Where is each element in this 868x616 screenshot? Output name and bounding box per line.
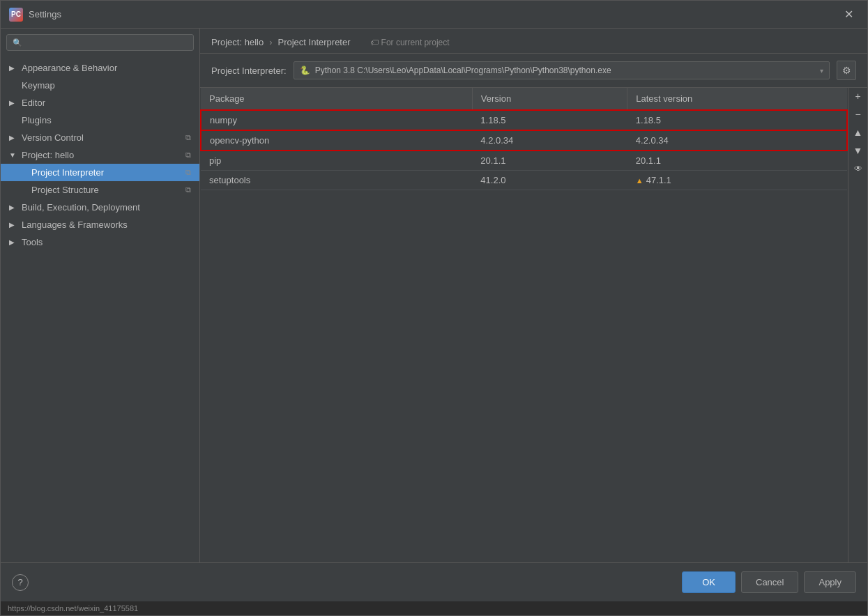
sidebar-item-label: Languages & Frameworks	[22, 220, 128, 230]
table-row[interactable]: opencv-python 4.2.0.34 4.2.0.34	[201, 130, 847, 151]
sidebar-item-label: Editor	[22, 98, 45, 108]
breadcrumb-separator: ›	[269, 37, 272, 47]
col-header-package[interactable]: Package	[201, 88, 472, 110]
package-latest: ▲47.1.1	[627, 171, 847, 190]
table-area: Package Version Latest version numpy 1.1…	[200, 88, 867, 562]
status-bar: https://blog.csdn.net/weixin_41175581	[1, 601, 867, 615]
table-row[interactable]: setuptools 41.2.0 ▲47.1.1	[201, 171, 847, 190]
copy-icon: ⧉	[185, 133, 191, 142]
package-name: numpy	[201, 110, 472, 130]
bottom-left: ?	[12, 574, 29, 591]
package-latest: 4.2.0.34	[627, 130, 847, 151]
sidebar-item-label: Project Structure	[31, 185, 99, 195]
expand-arrow-appearance: ▶	[9, 64, 17, 72]
side-toolbar: + − ▲ ▼ 👁	[848, 88, 867, 562]
sidebar-item-project-structure[interactable]: Project Structure ⧉	[1, 181, 199, 199]
interpreter-value: Python 3.8 C:\Users\Leo\AppData\Local\Pr…	[315, 66, 816, 75]
sidebar-item-version-control[interactable]: ▶ Version Control ⧉	[1, 129, 199, 146]
sidebar-item-editor[interactable]: ▶ Editor	[1, 94, 199, 111]
sidebar-item-keymap[interactable]: Keymap	[1, 77, 199, 94]
help-button[interactable]: ?	[12, 574, 29, 591]
dropdown-arrow-icon: ▾	[820, 67, 823, 75]
sidebar-item-plugins[interactable]: Plugins	[1, 111, 199, 129]
expand-arrow-project: ▼	[9, 151, 17, 159]
cancel-button[interactable]: Cancel	[741, 571, 798, 593]
bottom-right: OK Cancel Apply	[682, 571, 856, 593]
breadcrumb-current: Project Interpreter	[278, 37, 351, 47]
add-package-button[interactable]: +	[850, 88, 867, 105]
package-name: setuptools	[201, 171, 472, 190]
upgrade-package-button[interactable]: ▲	[850, 124, 867, 141]
package-name: opencv-python	[201, 130, 472, 151]
package-version: 20.1.1	[472, 151, 627, 171]
expand-arrow-languages: ▶	[9, 221, 17, 229]
status-url: https://blog.csdn.net/weixin_41175581	[8, 604, 138, 613]
search-box[interactable]: 🔍	[6, 34, 194, 51]
sidebar-item-project-hello[interactable]: ▼ Project: hello ⧉	[1, 146, 199, 164]
remove-package-button[interactable]: −	[850, 106, 867, 123]
main-content: 🔍 ▶ Appearance & Behavior Keymap ▶ Edito…	[1, 29, 867, 562]
python-icon: 🐍	[300, 65, 311, 76]
sidebar-item-label: Project: hello	[22, 150, 74, 160]
sidebar-item-label: Appearance & Behavior	[22, 63, 117, 73]
sidebar-item-label: Project Interpreter	[31, 167, 104, 178]
interpreter-row: Project Interpreter: 🐍 Python 3.8 C:\Use…	[200, 54, 867, 88]
package-version: 1.18.5	[472, 110, 627, 130]
interpreter-select[interactable]: 🐍 Python 3.8 C:\Users\Leo\AppData\Local\…	[294, 61, 830, 79]
close-button[interactable]: ✕	[839, 5, 859, 24]
col-header-latest[interactable]: Latest version	[627, 88, 847, 110]
breadcrumb-parent: Project: hello	[211, 37, 264, 47]
sidebar-item-languages-frameworks[interactable]: ▶ Languages & Frameworks	[1, 216, 199, 233]
eye-button[interactable]: 👁	[850, 160, 867, 177]
expand-arrow-tools: ▶	[9, 238, 17, 246]
app-icon: PC	[9, 8, 23, 22]
sidebar-item-label: Tools	[22, 237, 43, 247]
copy-icon: ⧉	[185, 151, 191, 160]
package-latest: 1.18.5	[627, 110, 847, 130]
package-latest: 20.1.1	[627, 151, 847, 171]
sidebar-item-label: Plugins	[22, 115, 52, 125]
sidebar: 🔍 ▶ Appearance & Behavior Keymap ▶ Edito…	[1, 29, 200, 562]
search-icon: 🔍	[13, 38, 22, 47]
tag-icon: 🏷	[370, 38, 379, 47]
package-version: 41.2.0	[472, 171, 627, 190]
sidebar-item-label: Keymap	[22, 80, 55, 91]
right-panel: Project: hello › Project Interpreter 🏷 F…	[200, 29, 867, 562]
title-bar: PC Settings ✕	[1, 1, 867, 29]
sidebar-item-label: Version Control	[22, 132, 84, 143]
apply-button[interactable]: Apply	[804, 571, 856, 593]
table-header-row: Package Version Latest version	[201, 88, 847, 110]
breadcrumb-tag-text: For current project	[381, 38, 450, 47]
expand-arrow-editor: ▶	[9, 99, 17, 107]
interpreter-label: Project Interpreter:	[211, 66, 287, 76]
copy-icon: ⧉	[185, 168, 191, 177]
downgrade-package-button[interactable]: ▼	[850, 142, 867, 159]
table-row[interactable]: pip 20.1.1 20.1.1	[201, 151, 847, 171]
col-header-version[interactable]: Version	[472, 88, 627, 110]
breadcrumb: Project: hello › Project Interpreter 🏷 F…	[200, 29, 867, 54]
settings-dialog: PC Settings ✕ 🔍 ▶ Appearance & Behavior …	[0, 0, 868, 616]
expand-arrow-build: ▶	[9, 203, 17, 211]
nav-tree: ▶ Appearance & Behavior Keymap ▶ Editor …	[1, 56, 199, 254]
sidebar-item-appearance[interactable]: ▶ Appearance & Behavior	[1, 59, 199, 77]
table-row[interactable]: numpy 1.18.5 1.18.5	[201, 110, 847, 130]
copy-icon: ⧉	[185, 185, 191, 194]
sidebar-item-label: Build, Execution, Deployment	[22, 202, 140, 213]
package-table: Package Version Latest version numpy 1.1…	[200, 88, 848, 190]
sidebar-item-tools[interactable]: ▶ Tools	[1, 233, 199, 251]
ok-button[interactable]: OK	[682, 571, 736, 593]
package-version: 4.2.0.34	[472, 130, 627, 151]
expand-arrow-vc: ▶	[9, 134, 17, 141]
breadcrumb-tag: 🏷 For current project	[370, 38, 450, 47]
bottom-bar: ? OK Cancel Apply	[1, 562, 867, 601]
package-name: pip	[201, 151, 472, 171]
table-container: Package Version Latest version numpy 1.1…	[200, 88, 848, 562]
gear-button[interactable]: ⚙	[837, 61, 856, 80]
update-icon: ▲	[636, 176, 644, 185]
search-input[interactable]	[26, 38, 188, 47]
sidebar-item-project-interpreter[interactable]: Project Interpreter ⧉	[1, 164, 199, 181]
sidebar-item-build-execution[interactable]: ▶ Build, Execution, Deployment	[1, 199, 199, 216]
title-text: Settings	[29, 9, 839, 20]
